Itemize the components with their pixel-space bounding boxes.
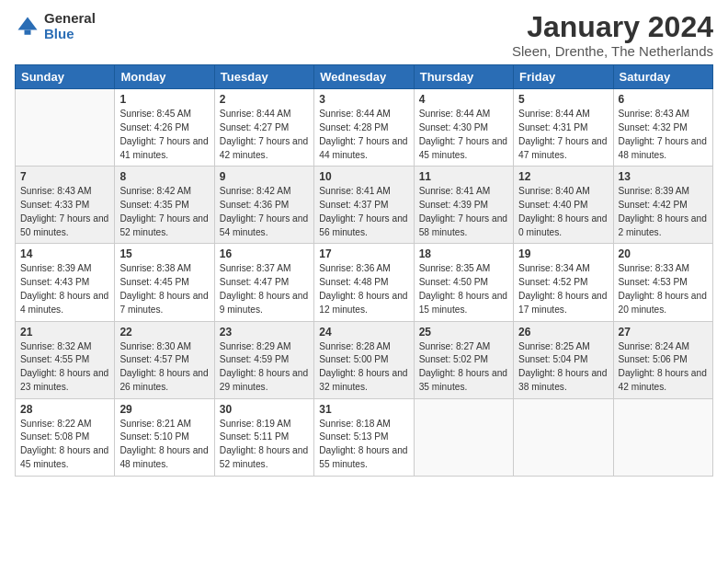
table-row: 19Sunrise: 8:34 AMSunset: 4:52 PMDayligh… [514, 244, 613, 321]
day-info: Sunrise: 8:22 AMSunset: 5:08 PMDaylight:… [20, 418, 109, 472]
table-row: 29Sunrise: 8:21 AMSunset: 5:10 PMDayligh… [115, 398, 214, 476]
table-row: 9Sunrise: 8:42 AMSunset: 4:36 PMDaylight… [214, 167, 313, 244]
table-row: 23Sunrise: 8:29 AMSunset: 4:59 PMDayligh… [214, 321, 313, 398]
calendar-row: 14Sunrise: 8:39 AMSunset: 4:43 PMDayligh… [16, 244, 713, 321]
table-row: 13Sunrise: 8:39 AMSunset: 4:42 PMDayligh… [613, 167, 712, 244]
header-row: Sunday Monday Tuesday Wednesday Thursday… [16, 65, 713, 89]
page: General Blue January 2024 Sleen, Drenthe… [0, 0, 728, 563]
day-number: 3 [319, 93, 408, 106]
table-row: 3Sunrise: 8:44 AMSunset: 4:28 PMDaylight… [314, 89, 414, 167]
logo-blue-label: Blue [44, 27, 96, 42]
calendar-row: 7Sunrise: 8:43 AMSunset: 4:33 PMDaylight… [16, 167, 713, 244]
col-thursday: Thursday [414, 65, 513, 89]
logo-icon [15, 14, 40, 40]
day-info: Sunrise: 8:24 AMSunset: 5:06 PMDaylight:… [619, 340, 708, 395]
col-wednesday: Wednesday [314, 65, 414, 89]
calendar-subtitle: Sleen, Drenthe, The Netherlands [512, 43, 713, 59]
table-row: 6Sunrise: 8:43 AMSunset: 4:32 PMDaylight… [613, 89, 712, 167]
day-number: 16 [220, 247, 309, 260]
day-info: Sunrise: 8:38 AMSunset: 4:45 PMDaylight:… [119, 262, 209, 316]
day-number: 28 [20, 403, 109, 416]
day-number: 5 [518, 93, 608, 106]
table-row: 30Sunrise: 8:19 AMSunset: 5:11 PMDayligh… [214, 398, 313, 476]
day-info: Sunrise: 8:34 AMSunset: 4:52 PMDaylight:… [518, 262, 608, 316]
table-row: 10Sunrise: 8:41 AMSunset: 4:37 PMDayligh… [314, 167, 414, 244]
day-number: 12 [518, 170, 608, 183]
day-number: 19 [518, 247, 608, 260]
day-info: Sunrise: 8:19 AMSunset: 5:11 PMDaylight:… [220, 418, 309, 472]
table-row: 24Sunrise: 8:28 AMSunset: 5:00 PMDayligh… [314, 321, 414, 398]
table-row: 21Sunrise: 8:32 AMSunset: 4:55 PMDayligh… [16, 321, 115, 398]
day-info: Sunrise: 8:43 AMSunset: 4:33 PMDaylight:… [20, 185, 109, 239]
col-saturday: Saturday [613, 65, 712, 89]
day-number: 18 [419, 247, 508, 260]
day-number: 24 [319, 326, 408, 339]
day-number: 1 [119, 93, 209, 106]
table-row [514, 398, 613, 476]
day-number: 9 [220, 170, 309, 183]
table-row: 26Sunrise: 8:25 AMSunset: 5:04 PMDayligh… [514, 321, 613, 398]
day-number: 21 [20, 326, 109, 339]
day-number: 20 [619, 247, 708, 260]
day-number: 8 [119, 170, 209, 183]
table-row: 1Sunrise: 8:45 AMSunset: 4:26 PMDaylight… [115, 89, 214, 167]
day-info: Sunrise: 8:36 AMSunset: 4:48 PMDaylight:… [319, 262, 408, 316]
calendar-row: 1Sunrise: 8:45 AMSunset: 4:26 PMDaylight… [16, 89, 713, 167]
logo-text: General Blue [44, 11, 96, 41]
logo-general-label: General [44, 11, 96, 27]
day-info: Sunrise: 8:21 AMSunset: 5:10 PMDaylight:… [119, 418, 209, 472]
day-info: Sunrise: 8:44 AMSunset: 4:28 PMDaylight:… [319, 108, 408, 162]
title-block: January 2024 Sleen, Drenthe, The Netherl… [512, 11, 713, 59]
day-info: Sunrise: 8:30 AMSunset: 4:57 PMDaylight:… [119, 340, 209, 395]
table-row: 5Sunrise: 8:44 AMSunset: 4:31 PMDaylight… [514, 89, 613, 167]
table-row: 4Sunrise: 8:44 AMSunset: 4:30 PMDaylight… [414, 89, 513, 167]
day-number: 13 [619, 170, 708, 183]
day-number: 17 [319, 247, 408, 260]
day-info: Sunrise: 8:41 AMSunset: 4:39 PMDaylight:… [419, 185, 508, 239]
day-number: 23 [220, 326, 309, 339]
day-info: Sunrise: 8:41 AMSunset: 4:37 PMDaylight:… [319, 185, 408, 239]
calendar-row: 21Sunrise: 8:32 AMSunset: 4:55 PMDayligh… [16, 321, 713, 398]
table-row: 18Sunrise: 8:35 AMSunset: 4:50 PMDayligh… [414, 244, 513, 321]
day-info: Sunrise: 8:43 AMSunset: 4:32 PMDaylight:… [619, 108, 708, 162]
col-friday: Friday [514, 65, 613, 89]
day-number: 11 [419, 170, 508, 183]
day-info: Sunrise: 8:18 AMSunset: 5:13 PMDaylight:… [319, 418, 408, 472]
day-info: Sunrise: 8:37 AMSunset: 4:47 PMDaylight:… [220, 262, 309, 316]
table-row: 22Sunrise: 8:30 AMSunset: 4:57 PMDayligh… [115, 321, 214, 398]
day-info: Sunrise: 8:27 AMSunset: 5:02 PMDaylight:… [419, 340, 508, 395]
day-info: Sunrise: 8:39 AMSunset: 4:43 PMDaylight:… [20, 262, 109, 316]
day-info: Sunrise: 8:39 AMSunset: 4:42 PMDaylight:… [619, 185, 708, 239]
col-tuesday: Tuesday [214, 65, 313, 89]
day-number: 30 [220, 403, 309, 416]
day-info: Sunrise: 8:44 AMSunset: 4:31 PMDaylight:… [518, 108, 608, 162]
day-info: Sunrise: 8:32 AMSunset: 4:55 PMDaylight:… [20, 340, 109, 395]
table-row: 20Sunrise: 8:33 AMSunset: 4:53 PMDayligh… [613, 244, 712, 321]
day-info: Sunrise: 8:45 AMSunset: 4:26 PMDaylight:… [119, 108, 209, 162]
day-number: 27 [619, 326, 708, 339]
table-row: 31Sunrise: 8:18 AMSunset: 5:13 PMDayligh… [314, 398, 414, 476]
day-number: 4 [419, 93, 508, 106]
table-row [613, 398, 712, 476]
table-row: 7Sunrise: 8:43 AMSunset: 4:33 PMDaylight… [16, 167, 115, 244]
day-number: 26 [518, 326, 608, 339]
table-row: 15Sunrise: 8:38 AMSunset: 4:45 PMDayligh… [115, 244, 214, 321]
day-info: Sunrise: 8:25 AMSunset: 5:04 PMDaylight:… [518, 340, 608, 395]
calendar-row: 28Sunrise: 8:22 AMSunset: 5:08 PMDayligh… [16, 398, 713, 476]
logo: General Blue [15, 11, 96, 41]
day-number: 15 [119, 247, 209, 260]
table-row: 8Sunrise: 8:42 AMSunset: 4:35 PMDaylight… [115, 167, 214, 244]
day-info: Sunrise: 8:44 AMSunset: 4:27 PMDaylight:… [220, 108, 309, 162]
table-row: 17Sunrise: 8:36 AMSunset: 4:48 PMDayligh… [314, 244, 414, 321]
day-number: 14 [20, 247, 109, 260]
table-row: 2Sunrise: 8:44 AMSunset: 4:27 PMDaylight… [214, 89, 313, 167]
calendar-table: Sunday Monday Tuesday Wednesday Thursday… [15, 64, 713, 477]
day-number: 31 [319, 403, 408, 416]
day-number: 2 [220, 93, 309, 106]
day-info: Sunrise: 8:42 AMSunset: 4:35 PMDaylight:… [119, 185, 209, 239]
table-row: 28Sunrise: 8:22 AMSunset: 5:08 PMDayligh… [16, 398, 115, 476]
day-info: Sunrise: 8:40 AMSunset: 4:40 PMDaylight:… [518, 185, 608, 239]
day-number: 6 [619, 93, 708, 106]
table-row: 27Sunrise: 8:24 AMSunset: 5:06 PMDayligh… [613, 321, 712, 398]
table-row: 16Sunrise: 8:37 AMSunset: 4:47 PMDayligh… [214, 244, 313, 321]
